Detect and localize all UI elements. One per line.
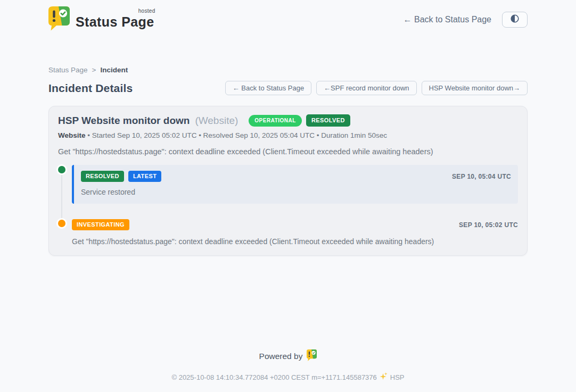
- sparkles-icon: [380, 372, 388, 382]
- resolved-badge: RESOLVED: [306, 114, 350, 127]
- timeline-dot-green: [58, 166, 65, 173]
- page-title: Incident Details: [48, 82, 133, 95]
- incident-meta-details: • Started Sep 10, 2025 05:02 UTC • Resol…: [87, 131, 387, 139]
- timeline-item-header: INVESTIGATING SEP 10, 05:02 UTC: [72, 219, 518, 230]
- timeline-item-content: INVESTIGATING SEP 10, 05:02 UTC Get "htt…: [72, 219, 518, 246]
- incident-timeline: RESOLVED LATEST SEP 10, 05:04 UTC Servic…: [58, 165, 518, 246]
- timeline-item-investigating: INVESTIGATING SEP 10, 05:02 UTC Get "htt…: [58, 219, 518, 246]
- incident-nav-buttons: ← Back to Status Page ←SPF record monito…: [225, 81, 528, 95]
- half-circle-icon: [510, 14, 520, 26]
- header: Status Page hosted ← Back to Status Page: [48, 0, 528, 32]
- timeline-message: Get "https://hostedstatus.page": context…: [72, 237, 518, 246]
- title-row: Incident Details ← Back to Status Page ←…: [48, 81, 528, 95]
- timeline-message: Service restored: [81, 188, 511, 196]
- timeline-highlight-box: RESOLVED LATEST SEP 10, 05:04 UTC Servic…: [72, 165, 518, 204]
- incident-meta: Website • Started Sep 10, 2025 05:02 UTC…: [58, 131, 518, 139]
- timeline-item-resolved: RESOLVED LATEST SEP 10, 05:04 UTC Servic…: [58, 165, 518, 204]
- timeline-timestamp: SEP 10, 05:04 UTC: [452, 173, 511, 180]
- incident-title: HSP Website monitor down: [58, 115, 190, 127]
- header-back-link[interactable]: ← Back to Status Page: [404, 15, 491, 24]
- copyright: © 2025-10-08 14:10:34.772084 +0200 CEST …: [48, 372, 528, 382]
- copyright-brand: HSP: [390, 373, 405, 381]
- investigating-status-badge: INVESTIGATING: [72, 219, 129, 230]
- breadcrumb-status-page[interactable]: Status Page: [48, 66, 88, 74]
- incident-meta-component: Website: [58, 131, 86, 139]
- brand-text: Status Page hosted: [76, 10, 154, 30]
- back-to-status-page-button[interactable]: ← Back to Status Page: [225, 81, 311, 95]
- timeline-dot-orange: [58, 220, 65, 227]
- resolved-status-badge: RESOLVED: [81, 171, 124, 182]
- footer: Powered by © 2025-10-08 14:10:34.772084 …: [48, 349, 528, 382]
- incident-card: HSP Website monitor down (Website) OPERA…: [48, 106, 528, 256]
- incident-title-row: HSP Website monitor down (Website) OPERA…: [58, 114, 518, 127]
- prev-incident-button[interactable]: ←SPF record monitor down: [316, 81, 416, 95]
- brand-logo[interactable]: Status Page hosted: [48, 6, 154, 33]
- timeline-item-header: RESOLVED LATEST SEP 10, 05:04 UTC: [81, 171, 511, 182]
- timeline-timestamp: SEP 10, 05:02 UTC: [459, 221, 518, 229]
- theme-toggle-button[interactable]: [502, 12, 528, 28]
- brand-name: Status Page: [76, 14, 154, 29]
- brand-logo-icon: [48, 6, 70, 33]
- incident-component: (Website): [195, 115, 238, 127]
- latest-badge: LATEST: [128, 171, 161, 182]
- copyright-text: © 2025-10-08 14:10:34.772084 +0200 CEST …: [171, 373, 376, 381]
- breadcrumb-separator: >: [92, 66, 96, 74]
- header-actions: ← Back to Status Page: [404, 12, 528, 28]
- powered-by-label: Powered by: [259, 352, 303, 361]
- incident-description: Get "https://hostedstatus.page": context…: [58, 147, 518, 156]
- operational-badge: OPERATIONAL: [249, 115, 302, 127]
- powered-by-link[interactable]: Powered by: [48, 349, 528, 363]
- brand-superscript: hosted: [138, 8, 155, 14]
- breadcrumb-incident: Incident: [100, 66, 128, 74]
- brand-logo-small-icon: [307, 349, 317, 363]
- next-incident-button[interactable]: HSP Website monitor down→: [422, 81, 528, 95]
- breadcrumb: Status Page > Incident: [48, 66, 528, 74]
